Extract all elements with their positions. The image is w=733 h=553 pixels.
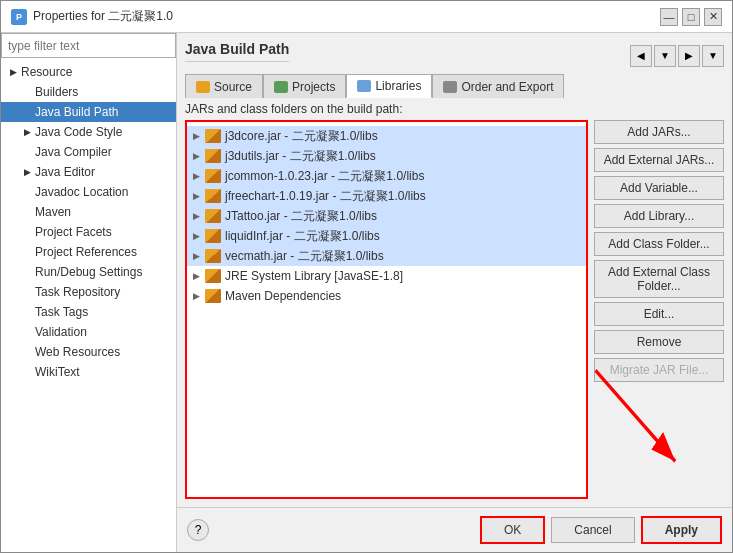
bottom-bar: ? OK Cancel Apply <box>177 507 732 552</box>
tab-label-order-export: Order and Export <box>461 80 553 94</box>
tab-label-projects: Projects <box>292 80 335 94</box>
content-area: ▶ResourceBuildersJava Build Path▶Java Co… <box>1 33 732 552</box>
cancel-button[interactable]: Cancel <box>551 517 634 543</box>
sidebar-item-maven[interactable]: Maven <box>1 202 176 222</box>
add-variable-button[interactable]: Add Variable... <box>594 176 724 200</box>
nav-forward-dropdown-button[interactable]: ▼ <box>702 45 724 67</box>
item-chevron: ▶ <box>193 151 205 161</box>
sidebar-item-project-references[interactable]: Project References <box>1 242 176 262</box>
sidebar-item-wikitext[interactable]: WikiText <box>1 362 176 382</box>
item-chevron: ▶ <box>193 251 205 261</box>
item-chevron: ▶ <box>193 191 205 201</box>
sidebar-item-task-repository[interactable]: Task Repository <box>1 282 176 302</box>
sidebar-item-label: Task Tags <box>35 305 88 319</box>
panel-title: Java Build Path <box>185 41 289 62</box>
chevron-placeholder <box>21 286 33 298</box>
help-button[interactable]: ? <box>187 519 209 541</box>
chevron-placeholder <box>21 246 33 258</box>
sidebar-item-label: Task Repository <box>35 285 120 299</box>
chevron-placeholder <box>21 86 33 98</box>
sidebar-item-label: WikiText <box>35 365 80 379</box>
add-external-jars-button[interactable]: Add External JARs... <box>594 148 724 172</box>
tab-projects[interactable]: Projects <box>263 74 346 98</box>
jar-icon-vecmath <box>205 249 221 263</box>
item-chevron: ▶ <box>193 271 205 281</box>
dialog-title: Properties for 二元凝聚1.0 <box>33 8 654 25</box>
sidebar-item-web-resources[interactable]: Web Resources <box>1 342 176 362</box>
chevron-placeholder <box>21 306 33 318</box>
dialog: P Properties for 二元凝聚1.0 — □ ✕ ▶Resource… <box>0 0 733 553</box>
jar-icon-j3dcore <box>205 129 221 143</box>
item-chevron: ▶ <box>193 291 205 301</box>
sidebar-item-javadoc-location[interactable]: Javadoc Location <box>1 182 176 202</box>
tab-order-export[interactable]: Order and Export <box>432 74 564 98</box>
sidebar-item-validation[interactable]: Validation <box>1 322 176 342</box>
tab-label-libraries: Libraries <box>375 79 421 93</box>
tab-source[interactable]: Source <box>185 74 263 98</box>
chevron-placeholder <box>21 266 33 278</box>
list-item-vecmath[interactable]: ▶vecmath.jar - 二元凝聚1.0/libs <box>187 246 586 266</box>
item-chevron: ▶ <box>193 211 205 221</box>
sidebar-item-label: Web Resources <box>35 345 120 359</box>
panel-header: Java Build Path ◀ ▼ ▶ ▼ <box>185 41 724 70</box>
add-jars-button[interactable]: Add JARs... <box>594 120 724 144</box>
item-label: jcommon-1.0.23.jar - 二元凝聚1.0/libs <box>225 168 424 185</box>
nav-back-button[interactable]: ◀ <box>630 45 652 67</box>
chevron-placeholder <box>21 206 33 218</box>
maximize-button[interactable]: □ <box>682 8 700 26</box>
tab-icon-libraries <box>357 80 371 92</box>
jar-icon-liquidinf <box>205 229 221 243</box>
tab-libraries[interactable]: Libraries <box>346 74 432 98</box>
add-class-folder-button[interactable]: Add Class Folder... <box>594 232 724 256</box>
remove-button[interactable]: Remove <box>594 330 724 354</box>
sidebar-item-run-debug-settings[interactable]: Run/Debug Settings <box>1 262 176 282</box>
list-item-maven[interactable]: ▶Maven Dependencies <box>187 286 586 306</box>
nav-forward-button[interactable]: ▶ <box>678 45 700 67</box>
sidebar-item-java-code-style[interactable]: ▶Java Code Style <box>1 122 176 142</box>
item-label: JTattoo.jar - 二元凝聚1.0/libs <box>225 208 377 225</box>
item-chevron: ▶ <box>193 231 205 241</box>
sidebar-item-resource[interactable]: ▶Resource <box>1 62 176 82</box>
edit-button[interactable]: Edit... <box>594 302 724 326</box>
apply-button[interactable]: Apply <box>641 516 722 544</box>
chevron-placeholder <box>21 226 33 238</box>
list-item-jtattoo[interactable]: ▶JTattoo.jar - 二元凝聚1.0/libs <box>187 206 586 226</box>
nav-dropdown-button[interactable]: ▼ <box>654 45 676 67</box>
tab-label-source: Source <box>214 80 252 94</box>
chevron-placeholder <box>21 346 33 358</box>
sidebar-tree: ▶ResourceBuildersJava Build Path▶Java Co… <box>1 58 176 552</box>
chevron-placeholder <box>21 186 33 198</box>
list-item-jre[interactable]: ▶JRE System Library [JavaSE-1.8] <box>187 266 586 286</box>
sidebar-item-java-editor[interactable]: ▶Java Editor <box>1 162 176 182</box>
minimize-button[interactable]: — <box>660 8 678 26</box>
item-chevron: ▶ <box>193 171 205 181</box>
ok-button[interactable]: OK <box>480 516 545 544</box>
add-library-button[interactable]: Add Library... <box>594 204 724 228</box>
panel-body: ▶j3dcore.jar - 二元凝聚1.0/libs▶j3dutils.jar… <box>185 120 724 499</box>
tab-bar: SourceProjectsLibrariesOrder and Export <box>185 74 724 98</box>
sidebar-item-label: Run/Debug Settings <box>35 265 142 279</box>
chevron-placeholder <box>21 366 33 378</box>
sidebar-item-label: Maven <box>35 205 71 219</box>
window-controls: — □ ✕ <box>660 8 722 26</box>
sidebar-item-label: Project References <box>35 245 137 259</box>
sidebar-item-java-compiler[interactable]: Java Compiler <box>1 142 176 162</box>
filter-input[interactable] <box>1 33 176 58</box>
sidebar-item-project-facets[interactable]: Project Facets <box>1 222 176 242</box>
item-label: JRE System Library [JavaSE-1.8] <box>225 269 403 283</box>
list-item-liquidinf[interactable]: ▶liquidInf.jar - 二元凝聚1.0/libs <box>187 226 586 246</box>
sidebar-item-java-build-path[interactable]: Java Build Path <box>1 102 176 122</box>
close-button[interactable]: ✕ <box>704 8 722 26</box>
item-label: j3dutils.jar - 二元凝聚1.0/libs <box>225 148 376 165</box>
list-item-j3dcore[interactable]: ▶j3dcore.jar - 二元凝聚1.0/libs <box>187 126 586 146</box>
list-item-j3dutils[interactable]: ▶j3dutils.jar - 二元凝聚1.0/libs <box>187 146 586 166</box>
migrate-button: Migrate JAR File... <box>594 358 724 382</box>
add-external-class-folder-button[interactable]: Add External Class Folder... <box>594 260 724 298</box>
list-item-jfreechart[interactable]: ▶jfreechart-1.0.19.jar - 二元凝聚1.0/libs <box>187 186 586 206</box>
sidebar-item-label: Java Code Style <box>35 125 122 139</box>
sidebar-item-task-tags[interactable]: Task Tags <box>1 302 176 322</box>
jar-icon-jre <box>205 269 221 283</box>
sidebar-item-builders[interactable]: Builders <box>1 82 176 102</box>
list-item-jcommon[interactable]: ▶jcommon-1.0.23.jar - 二元凝聚1.0/libs <box>187 166 586 186</box>
item-chevron: ▶ <box>193 131 205 141</box>
